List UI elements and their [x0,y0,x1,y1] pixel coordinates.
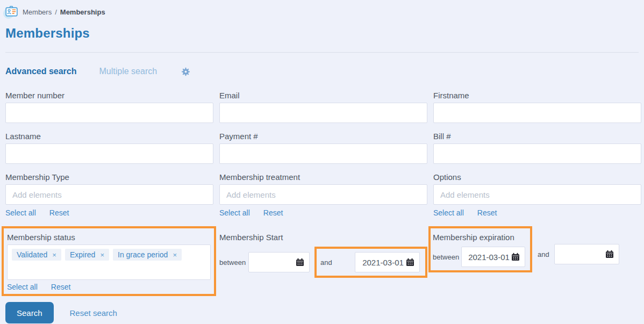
breadcrumb-separator: / [55,8,57,16]
membership-treatment-reset-link[interactable]: Reset [263,208,283,217]
membership-expiration-section: Membership expiration between 2021-03-01 [433,226,641,272]
membership-start-and-label: and [320,258,349,267]
bill-label: Bill # [433,132,641,141]
membership-type-input[interactable] [5,184,213,205]
field-options: Options Select all Reset [433,172,641,217]
date-status-row: Membership status Validated × Expired × … [5,226,639,296]
calendar-icon[interactable] [296,258,304,267]
membership-treatment-label: Membership treatment [219,172,427,182]
membership-type-links: Select all Reset [5,208,213,217]
header-divider [5,52,639,53]
payment-input[interactable] [219,143,427,164]
breadcrumb: Members / Memberships [5,0,639,18]
breadcrumb-memberships: Memberships [60,8,105,16]
options-reset-link[interactable]: Reset [477,208,497,217]
status-tag-in-grace-period: In grace period × [113,249,182,261]
field-membership-treatment: Membership treatment Select all Reset [219,172,427,217]
memberships-page: Members / Memberships Memberships Advanc… [0,0,644,323]
membership-type-label: Membership Type [5,172,213,182]
membership-start-to-value: 2021-03-01 [360,258,406,267]
membership-expiration-and-label: and [538,250,549,258]
breadcrumb-members[interactable]: Members [23,8,52,16]
field-bill: Bill # [433,132,641,164]
membership-expiration-to-group: and [538,244,619,264]
form-actions: Search Reset search [0,302,639,323]
membership-treatment-select-all-link[interactable]: Select all [219,208,250,217]
membership-status-input[interactable]: Validated × Expired × In grace period × [7,244,211,280]
tab-multiple-search[interactable]: Multiple search [99,67,158,76]
membership-start-between-label: between [219,258,248,267]
status-tag-label: Validated [17,250,47,259]
member-number-label: Member number [5,91,213,100]
field-payment: Payment # [219,132,427,164]
remove-tag-icon[interactable]: × [100,251,104,259]
lastname-label: Lastname [5,132,213,141]
status-tag-expired: Expired × [65,249,109,261]
membership-type-select-all-link[interactable]: Select all [5,208,36,217]
membership-expiration-between-label: between [433,253,461,261]
membership-start-from-input[interactable] [248,252,310,272]
search-button[interactable]: Search [5,302,54,323]
email-input[interactable] [219,103,427,123]
membership-status-select-all-link[interactable]: Select all [7,283,38,291]
member-number-input[interactable] [5,103,213,123]
membership-status-highlight: Membership status Validated × Expired × … [2,226,216,296]
options-links: Select all Reset [433,208,641,217]
field-member-number: Member number [5,91,213,123]
remove-tag-icon[interactable]: × [52,251,56,259]
membership-expiration-row: between 2021-03-01 [433,247,525,267]
firstname-input[interactable] [433,103,641,123]
membership-treatment-input[interactable] [219,184,427,205]
tab-advanced-search[interactable]: Advanced search [5,67,77,76]
search-form: Member number Email Firstname Lastname P… [5,91,639,226]
status-tag-label: In grace period [118,250,168,259]
field-lastname: Lastname [5,132,213,164]
status-tag-validated: Validated × [12,249,61,261]
member-card-icon [5,6,18,18]
reset-search-link[interactable]: Reset search [70,308,117,318]
membership-start-to-highlight: and 2021-03-01 [314,247,427,278]
membership-expiration-from-input[interactable]: 2021-03-01 [461,247,525,267]
membership-status-reset-link[interactable]: Reset [51,283,71,291]
options-select-all-link[interactable]: Select all [433,208,464,217]
field-membership-type: Membership Type Select all Reset [5,172,213,217]
gear-icon[interactable] [181,67,190,76]
membership-start-to-input[interactable]: 2021-03-01 [355,252,420,272]
remove-tag-icon[interactable]: × [173,251,177,259]
field-email: Email [219,91,427,123]
calendar-icon[interactable] [511,253,520,261]
membership-status-links: Select all Reset [7,283,211,291]
membership-expiration-highlight: Membership expiration between 2021-03-01 [428,226,532,272]
email-label: Email [219,91,427,100]
membership-start-row: between [219,247,427,278]
calendar-icon[interactable] [605,250,614,258]
firstname-label: Firstname [433,91,641,100]
membership-expiration-to-input[interactable] [554,244,619,264]
status-tag-label: Expired [70,250,95,259]
membership-expiration-label: Membership expiration [433,233,525,242]
membership-treatment-links: Select all Reset [219,208,427,217]
field-firstname: Firstname [433,91,641,123]
options-input[interactable] [433,184,641,205]
lastname-input[interactable] [5,143,213,164]
calendar-icon[interactable] [406,258,414,267]
membership-start-label: Membership Start [219,233,427,242]
page-title: Memberships [5,26,639,41]
membership-start-section: Membership Start between [219,226,427,278]
membership-status-label: Membership status [7,233,211,242]
bill-input[interactable] [433,143,641,164]
membership-type-reset-link[interactable]: Reset [49,208,69,217]
options-label: Options [433,172,641,182]
search-tabs: Advanced search Multiple search [5,67,639,76]
membership-expiration-from-value: 2021-03-01 [467,253,511,262]
payment-label: Payment # [219,132,427,141]
